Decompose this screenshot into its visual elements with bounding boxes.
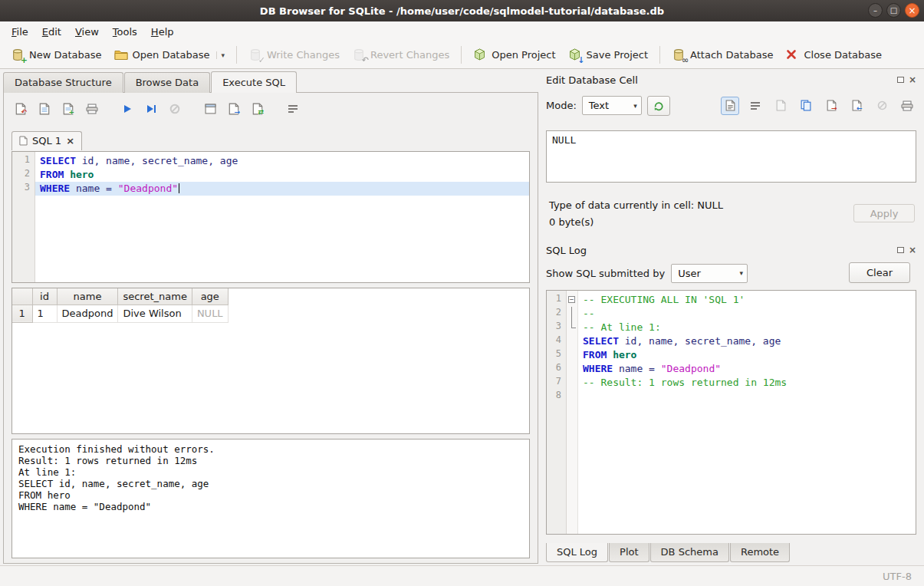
write-changes-label: Write Changes <box>267 49 340 61</box>
grid-corner-cell[interactable] <box>12 288 32 305</box>
cell-secret-name[interactable]: Dive Wilson <box>118 305 192 322</box>
encoding-indicator[interactable]: UTF-8 <box>883 571 912 582</box>
print-cell-button[interactable] <box>898 97 916 115</box>
editor-code-area[interactable]: SELECT id, name, secret_name, age FROM h… <box>35 152 529 282</box>
tab-plot[interactable]: Plot <box>609 543 649 562</box>
close-database-icon <box>785 48 799 61</box>
menu-item-tools[interactable]: Tools <box>106 23 144 41</box>
revert-changes-icon: ↶ <box>352 48 366 61</box>
open-sql-file-button[interactable]: ↶ <box>12 100 30 118</box>
tab-database-structure[interactable]: Database Structure <box>3 72 123 93</box>
open-database-dropdown-icon[interactable]: ▾ <box>216 51 225 59</box>
sql-log-viewer[interactable]: 1 2 3 4 5 6 7 8 -- EXECUTING ALL IN <box>546 290 916 535</box>
submitted-by-combobox[interactable]: User ▾ <box>671 264 748 283</box>
word-wrap-cell-button[interactable] <box>746 97 765 115</box>
app-window: DB Browser for SQLite - /home/user/code/… <box>0 0 924 586</box>
cell-type-text: Type of data currently in cell: NULL <box>549 199 723 211</box>
auto-switch-mode-button[interactable] <box>647 96 670 116</box>
tab-execute-sql[interactable]: Execute SQL <box>211 71 297 93</box>
save-project-icon: ↓ <box>568 48 582 61</box>
write-changes-button[interactable]: ✓ Write Changes <box>242 44 346 65</box>
auto-switch-mode-icon <box>653 100 664 111</box>
stop-execution-button[interactable] <box>166 100 184 118</box>
sql-editor-tab[interactable]: SQL 1 × <box>12 131 82 150</box>
new-tab-button[interactable] <box>201 100 219 118</box>
tab-remote[interactable]: Remote <box>730 543 790 562</box>
log-line-number-gutter: 1 2 3 4 5 6 7 8 <box>547 291 567 534</box>
import-sql-button[interactable]: → <box>225 100 243 118</box>
dock-close-icon[interactable]: × <box>909 245 916 255</box>
open-project-label: Open Project <box>492 49 555 61</box>
revert-changes-label: Revert Changes <box>370 49 449 61</box>
sql-tab-close-icon[interactable]: × <box>66 136 74 146</box>
menu-item-view[interactable]: View <box>68 23 106 41</box>
execute-line-icon <box>146 104 156 114</box>
main-toolbar: + New Database Open Database ▾ ✓ Write C… <box>0 41 924 69</box>
save-sql-file-button[interactable] <box>35 100 54 118</box>
execution-message-panel[interactable]: Execution finished without errors. Resul… <box>12 439 530 558</box>
line-number: 5 <box>547 348 566 362</box>
minimize-button[interactable]: – <box>868 3 883 18</box>
revert-changes-button[interactable]: ↶ Revert Changes <box>346 44 455 65</box>
execute-sql-toolbar: ↶ + <box>12 100 302 118</box>
export-results-icon: ⇄ <box>252 103 263 115</box>
open-project-button[interactable]: Open Project <box>467 44 561 65</box>
column-header-id[interactable]: id <box>32 288 57 305</box>
window-controls: – □ × <box>868 3 919 18</box>
clear-button[interactable]: Clear <box>849 262 910 283</box>
tab-db-schema[interactable]: DB Schema <box>650 543 729 562</box>
new-database-button[interactable]: + New Database <box>5 44 108 65</box>
open-database-button[interactable]: Open Database ▾ <box>108 44 231 65</box>
close-icon: × <box>908 6 916 15</box>
tab-sql-log[interactable]: SQL Log <box>546 543 608 562</box>
mode-combobox[interactable]: Text ▾ <box>582 96 642 115</box>
log-line <box>578 390 916 403</box>
word-wrap-button[interactable] <box>284 100 302 118</box>
dock-float-icon[interactable] <box>897 77 904 83</box>
cell-id[interactable]: 1 <box>32 305 57 322</box>
save-sql-as-button[interactable]: + <box>59 100 77 118</box>
column-header-name[interactable]: name <box>57 288 118 305</box>
cell-name[interactable]: Deadpond <box>57 305 118 322</box>
fold-marker[interactable] <box>567 293 577 307</box>
dock-close-icon[interactable]: × <box>909 75 916 84</box>
dock-float-icon[interactable] <box>897 247 904 253</box>
message-line: At line 1: <box>18 466 523 478</box>
copy-icon <box>801 100 811 111</box>
attach-database-button[interactable]: ∞ Attach Database <box>666 44 779 65</box>
close-button[interactable]: × <box>905 3 919 18</box>
titlebar[interactable]: DB Browser for SQLite - /home/user/code/… <box>0 0 924 21</box>
menu-item-file[interactable]: File <box>5 23 35 41</box>
export-cell-button[interactable]: ← <box>847 97 866 115</box>
results-grid-panel: id name secret_name age 1 1 Deadpond Div… <box>12 288 530 434</box>
tab-browse-data[interactable]: Browse Data <box>124 72 211 93</box>
print-sql-button[interactable] <box>83 100 101 118</box>
save-project-button[interactable]: ↓ Save Project <box>562 44 655 65</box>
line-number: 2 <box>12 168 35 182</box>
open-database-icon <box>114 48 128 61</box>
import-cell-button[interactable]: → <box>822 97 840 115</box>
export-results-button[interactable]: ⇄ <box>248 100 267 118</box>
stop-icon <box>169 104 180 114</box>
maximize-button[interactable]: □ <box>886 3 901 18</box>
apply-button[interactable]: Apply <box>853 204 915 222</box>
row-header[interactable]: 1 <box>12 305 32 322</box>
cell-value-editor[interactable]: NULL <box>546 130 916 183</box>
set-null-button[interactable] <box>873 97 891 115</box>
message-line: FROM hero <box>18 489 523 501</box>
cell-size-text: 0 byte(s) <box>549 216 594 228</box>
sql-editor[interactable]: 1 2 3 SELECT id, name, secret_name, age … <box>12 151 530 283</box>
menubar: File Edit View Tools Help <box>0 21 924 41</box>
close-database-button[interactable]: Close Database <box>779 44 888 65</box>
text-view-button[interactable] <box>721 97 739 115</box>
copy-cell-button[interactable] <box>797 97 815 115</box>
menu-item-help[interactable]: Help <box>144 23 181 41</box>
open-in-app-button[interactable] <box>771 97 790 115</box>
mode-label: Mode: <box>546 100 577 111</box>
cell-age-null[interactable]: NULL <box>192 305 228 322</box>
column-header-age[interactable]: age <box>192 288 228 305</box>
menu-item-edit[interactable]: Edit <box>35 23 68 41</box>
execute-all-button[interactable] <box>118 100 136 118</box>
column-header-secret-name[interactable]: secret_name <box>118 288 192 305</box>
execute-line-button[interactable] <box>142 100 160 118</box>
